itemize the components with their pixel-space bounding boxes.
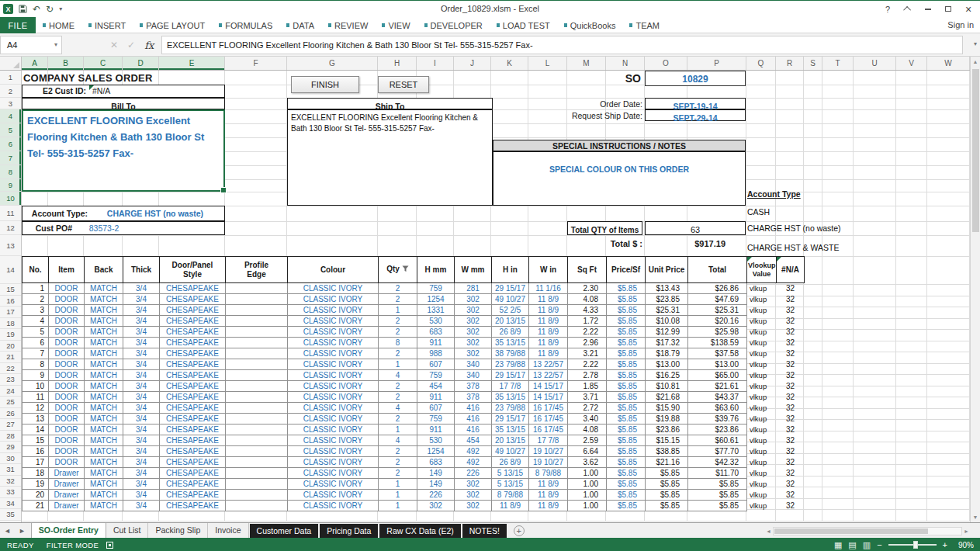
items-cell[interactable]: 11 8/9 [529,490,568,501]
items-cell[interactable]: CHESAPEAKE [160,348,226,359]
items-cell[interactable]: 2 [379,468,417,479]
items-cell[interactable]: 29 15/17 [492,283,529,294]
items-cell[interactable]: $18.79 [646,348,688,359]
items-cell[interactable]: 29 15/17 [492,370,529,381]
items-cell[interactable]: 32 [777,348,805,359]
items-cell[interactable]: 607 [417,359,455,370]
items-cell[interactable]: 281 [455,283,492,294]
items-cell[interactable]: 911 [417,425,455,435]
items-cell[interactable]: $5.85 [607,425,646,435]
items-cell[interactable]: $25.31 [688,305,747,316]
items-cell[interactable]: 26 8/9 [492,457,529,468]
items-cell[interactable]: vlkup [747,327,777,338]
items-cell[interactable]: MATCH [85,348,123,359]
items-cell[interactable]: 3/4 [123,338,160,348]
items-cell[interactable]: $5.85 [607,490,646,501]
items-cell[interactable]: MATCH [85,468,123,479]
items-cell[interactable]: MATCH [85,338,123,348]
scroll-left-icon[interactable]: ◄ [766,526,771,536]
items-cell[interactable]: $5.85 [607,348,646,359]
items-cell[interactable]: 2 [379,327,417,338]
items-cell[interactable]: 18 [23,468,49,479]
items-cell[interactable]: $15.90 [646,403,688,414]
items-cell[interactable]: 3/4 [123,370,160,381]
ribbon-tab-file[interactable]: FILE [0,17,36,33]
items-cell[interactable]: 2 [379,316,417,327]
items-cell[interactable]: $19.88 [646,414,688,425]
items-cell[interactable]: 23 79/88 [492,403,529,414]
items-cell[interactable]: 5 13/15 [492,479,529,490]
items-cell[interactable]: vlkup [747,403,777,414]
items-cell[interactable]: $10.81 [646,381,688,392]
request-ship-cell[interactable]: SEPT-29-14 [645,109,746,121]
total-qty-value-cell[interactable]: 63 [645,221,746,235]
row-header-5[interactable]: 5 [0,123,21,137]
items-cell[interactable]: vlkup [747,359,777,370]
items-cell[interactable] [226,359,288,370]
sheet-tab-customer-data[interactable]: Customer Data [250,524,319,539]
items-cell[interactable]: $5.85 [607,381,646,392]
items-cell[interactable]: 3/4 [123,348,160,359]
items-cell[interactable]: $23.86 [646,425,688,435]
items-cell[interactable]: $10.08 [646,316,688,327]
column-header-A[interactable]: A [22,57,48,70]
row-header-27[interactable]: 27 [0,419,21,431]
items-col-header-unit-price[interactable]: Unit Price [646,257,688,283]
items-cell[interactable]: 4 [379,435,417,446]
items-cell[interactable]: 11 8/9 [529,501,568,511]
items-cell[interactable]: 3.62 [568,457,607,468]
items-cell[interactable]: 1.00 [568,479,607,490]
items-cell[interactable]: 3/4 [123,381,160,392]
items-cell[interactable]: 2.22 [568,327,607,338]
ribbon-tab-page-layout[interactable]: PAGE LAYOUT [133,17,212,33]
items-cell[interactable]: CLASSIC IVORY [288,294,379,305]
items-cell[interactable]: 20 13/15 [492,435,529,446]
items-cell[interactable]: $5.85 [607,435,646,446]
items-cell[interactable]: 2.72 [568,403,607,414]
items-cell[interactable]: CLASSIC IVORY [288,446,379,457]
items-cell[interactable]: $5.85 [607,414,646,425]
items-cell[interactable]: 32 [777,359,805,370]
items-cell[interactable]: CLASSIC IVORY [288,392,379,403]
items-cell[interactable]: 13 22/57 [529,370,568,381]
items-col-header-vlookup-value[interactable]: Vlookup Value [747,257,777,283]
items-cell[interactable]: DOOR [49,381,85,392]
items-cell[interactable] [226,425,288,435]
row-header-3[interactable]: 3 [0,98,21,109]
items-cell[interactable]: DOOR [49,316,85,327]
items-cell[interactable]: MATCH [85,425,123,435]
items-cell[interactable]: CLASSIC IVORY [288,338,379,348]
row-header-33[interactable]: 33 [0,487,21,498]
account-type-row[interactable]: Account Type: CHARGE HST (no waste) [22,206,225,221]
ribbon-tab-formulas[interactable]: FORMULAS [212,17,279,33]
row-header-29[interactable]: 29 [0,442,21,453]
items-cell[interactable]: 988 [417,348,455,359]
items-cell[interactable]: CHESAPEAKE [160,316,226,327]
items-col-header-w-mm[interactable]: W mm [455,257,492,283]
items-cell[interactable]: 35 13/15 [492,338,529,348]
items-cell[interactable]: vlkup [747,490,777,501]
items-cell[interactable]: MATCH [85,435,123,446]
items-cell[interactable]: 302 [455,479,492,490]
items-cell[interactable]: 13 [23,414,49,425]
items-cell[interactable]: vlkup [747,479,777,490]
formula-input[interactable]: EXCELLENT FLOORING Excellent Flooring Ki… [161,36,963,54]
items-cell[interactable]: 7 [23,348,49,359]
ribbon-tab-quickbooks[interactable]: QuickBooks [557,17,623,33]
zoom-level[interactable]: 90% [954,541,974,549]
ribbon-tab-data[interactable]: DATA [279,17,321,33]
items-cell[interactable]: 3/4 [123,414,160,425]
items-cell[interactable]: DOOR [49,457,85,468]
items-cell[interactable]: CLASSIC IVORY [288,327,379,338]
items-cell[interactable]: vlkup [747,457,777,468]
items-cell[interactable]: 11 8/9 [492,501,529,511]
row-header-7[interactable]: 7 [0,151,21,165]
items-cell[interactable]: MATCH [85,381,123,392]
column-header-I[interactable]: I [417,57,454,70]
items-cell[interactable]: $5.85 [646,479,688,490]
sheet-tab-pricing-data[interactable]: Pricing Data [320,524,378,539]
help-icon[interactable]: ? [878,1,898,17]
items-cell[interactable]: 607 [417,403,455,414]
items-cell[interactable]: 378 [455,392,492,403]
items-cell[interactable] [226,414,288,425]
